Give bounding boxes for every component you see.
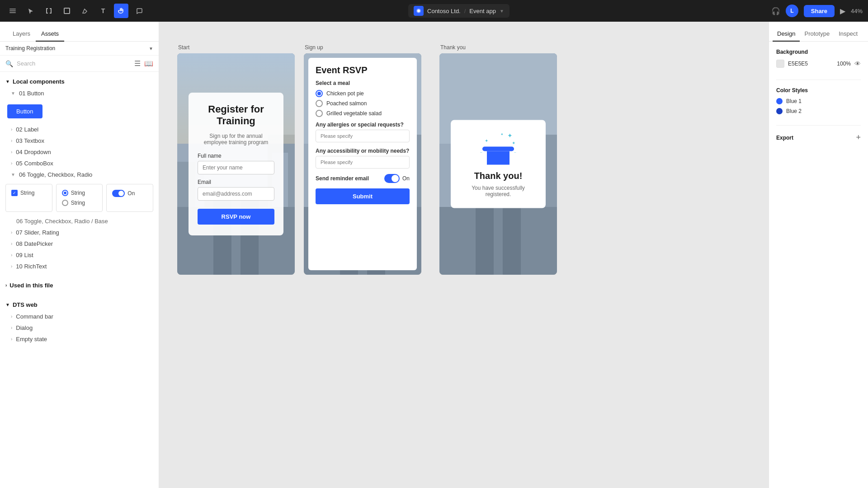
frame-tool[interactable]	[42, 4, 56, 18]
sidebar-item-combobox[interactable]: › 05 ComboBox	[0, 158, 159, 169]
tab-prototype[interactable]: Prototype	[800, 27, 834, 42]
sidebar-item-dropdown[interactable]: › 04 Dropdown	[0, 146, 159, 158]
meal-option-1[interactable]: Chicken pot pie	[316, 90, 410, 97]
meal-option-2-label: Poached salmon	[326, 100, 367, 107]
sidebar-item-richtext[interactable]: › 10 RichText	[0, 261, 159, 272]
item-label: 06 Toggle, Checkbox, Radio / Base	[16, 218, 108, 225]
sidebar-item-dialog[interactable]: › Dialog	[0, 322, 159, 333]
name-input[interactable]	[198, 161, 274, 174]
comment-tool[interactable]	[132, 4, 146, 18]
toggle-knob	[118, 191, 124, 196]
play-button[interactable]: ▶	[840, 7, 845, 15]
chevron-icon: ›	[11, 337, 12, 342]
radio-filled	[62, 190, 68, 196]
hand-tool[interactable]	[114, 4, 128, 18]
sidebar-item-label[interactable]: › 02 Label	[0, 124, 159, 135]
chevron-icon: ›	[11, 230, 12, 235]
toolbar: T Contoso Ltd. / Event app ▼ 🎧 L Share ▶…	[0, 0, 868, 22]
color-name-blue2: Blue 2	[786, 108, 802, 114]
menu-button[interactable]	[5, 4, 20, 18]
zoom-level: 44%	[851, 8, 863, 14]
tab-layers[interactable]: Layers	[7, 27, 36, 42]
search-input[interactable]	[17, 60, 131, 67]
allergy-label: Any allergies or special requests?	[316, 122, 410, 128]
toggle-container: On	[384, 174, 410, 183]
sidebar-item-list[interactable]: › 09 List	[0, 249, 159, 261]
sidebar-item-button[interactable]: ▼ 01 Button	[0, 88, 159, 99]
frame-start[interactable]: Register for Training Sign up for the an…	[177, 53, 295, 275]
export-add-button[interactable]: +	[856, 133, 861, 142]
right-panel: Design Prototype Inspect Background E5E5…	[769, 22, 868, 488]
sidebar-item-empty-state[interactable]: › Empty state	[0, 333, 159, 345]
sidebar-item-toggle-base[interactable]: 06 Toggle, Checkbox, Radio / Base	[0, 216, 159, 227]
tab-inspect[interactable]: Inspect	[834, 27, 862, 42]
frame-start-container: Start	[177, 44, 304, 275]
checkbox-label: String	[20, 190, 34, 196]
chevron-icon: ›	[5, 283, 7, 288]
allergy-input[interactable]	[316, 130, 410, 142]
book-icon[interactable]: 📖	[144, 59, 153, 68]
reminder-label: Send reminder email	[316, 175, 369, 182]
list-view-button[interactable]: ☰	[134, 59, 141, 68]
dts-web-header[interactable]: ▼ DTS web	[0, 299, 159, 311]
sidebar-item-textbox[interactable]: › 03 Textbox	[0, 135, 159, 146]
thankyou-title: Thank you!	[460, 171, 537, 181]
button-preview-area: Button	[0, 99, 159, 124]
used-in-file-label: Used in this file	[9, 282, 53, 289]
svg-rect-7	[46, 8, 47, 14]
used-in-file-header[interactable]: › Used in this file	[0, 279, 159, 291]
mobility-input[interactable]	[316, 156, 410, 169]
frame-thankyou[interactable]: ✦ ✦ ✦ ✦ ~ ~ Thank you! You have successf…	[439, 53, 557, 275]
sidebar-item-slider[interactable]: › 07 Slider, Rating	[0, 227, 159, 238]
export-title: Export	[776, 135, 793, 141]
radio-row-1: String	[62, 190, 97, 196]
sidebar-item-command-bar[interactable]: › Command bar	[0, 311, 159, 322]
share-button[interactable]: Share	[804, 5, 835, 17]
chevron-icon: ›	[11, 325, 12, 330]
meal-option-3[interactable]: Grilled vegetable salad	[316, 110, 410, 117]
meal-option-2[interactable]: Poached salmon	[316, 100, 410, 107]
sidebar-search-row: 🔍 ☰ 📖	[0, 56, 159, 72]
item-label: 06 Toggle, Checkbox, Radio	[19, 171, 92, 178]
email-input[interactable]	[198, 187, 274, 201]
right-tabs: Design Prototype Inspect	[769, 22, 868, 42]
chevron-icon: ›	[11, 314, 12, 319]
color-styles-title: Color Styles	[776, 87, 861, 94]
sidebar-item-toggle[interactable]: ▼ 06 Toggle, Checkbox, Radio	[0, 169, 159, 180]
toggle-on	[112, 190, 125, 197]
preview-button[interactable]: Button	[7, 104, 42, 118]
meal-label: Select a meal	[316, 80, 410, 86]
svg-rect-33	[482, 147, 514, 151]
email-label: Email	[198, 179, 274, 185]
tab-assets[interactable]: Assets	[36, 27, 64, 42]
page-label: Training Registration	[5, 45, 55, 52]
tab-design[interactable]: Design	[773, 27, 800, 42]
brand-project[interactable]: Contoso Ltd. / Event app ▼	[408, 4, 509, 18]
text-tool[interactable]: T	[96, 4, 110, 18]
select-tool[interactable]	[24, 4, 38, 18]
eye-button[interactable]: 👁	[854, 60, 861, 67]
thankyou-card: ✦ ✦ ✦ ✦ ~ ~ Thank you! You have successf…	[451, 120, 546, 208]
sidebar-item-datepicker[interactable]: › 08 DatePicker	[0, 238, 159, 249]
shape-tool[interactable]	[60, 4, 74, 18]
export-section: Export +	[769, 126, 868, 154]
toggle-switch[interactable]	[384, 174, 400, 183]
rsvp-button[interactable]: RSVP now	[198, 209, 274, 225]
canvas[interactable]: Start	[159, 22, 769, 488]
radio-preview: String String	[56, 184, 103, 212]
radio-empty	[62, 200, 68, 206]
bg-color-swatch[interactable]	[776, 60, 784, 68]
confetti-area: ✦ ✦ ✦ ✦ ~ ~	[460, 131, 537, 167]
mobility-label: Any accessibility or mobility needs?	[316, 148, 410, 154]
name-label: Full name	[198, 153, 274, 159]
item-label: 02 Label	[16, 126, 38, 133]
submit-button[interactable]: Submit	[316, 188, 410, 204]
frame-signup[interactable]: Event RSVP Select a meal Chicken pot pie…	[304, 53, 421, 275]
svg-rect-34	[487, 151, 509, 165]
local-components-header[interactable]: ▼ Local components	[0, 75, 159, 88]
checkbox-checked: ✓	[11, 190, 18, 196]
user-avatar[interactable]: L	[786, 5, 798, 17]
pen-tool[interactable]	[78, 4, 92, 18]
item-label: 10 RichText	[16, 263, 47, 270]
bg-color-value: E5E5E5	[788, 61, 833, 67]
